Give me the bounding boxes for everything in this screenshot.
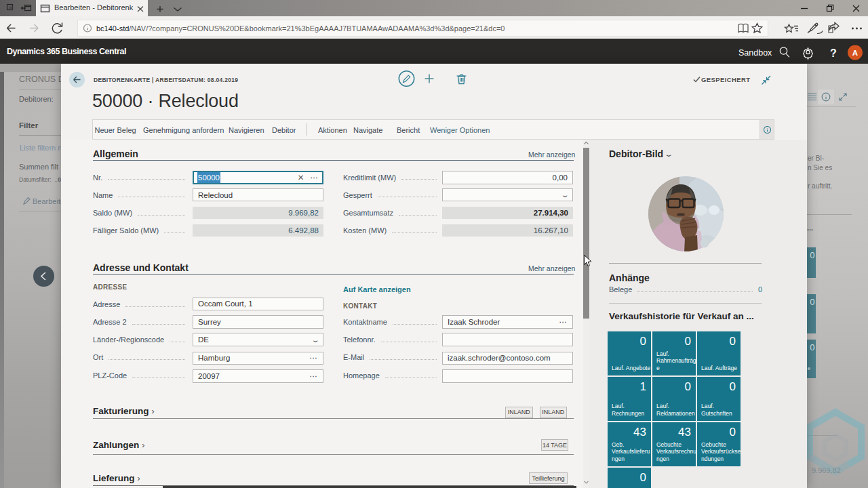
svg-text:Bearbeite: Bearbeite (33, 197, 61, 205)
svg-text:A: A (852, 49, 858, 57)
svg-text:GESPEICHERT: GESPEICHERT (701, 76, 751, 83)
svg-text:?: ? (830, 47, 837, 59)
